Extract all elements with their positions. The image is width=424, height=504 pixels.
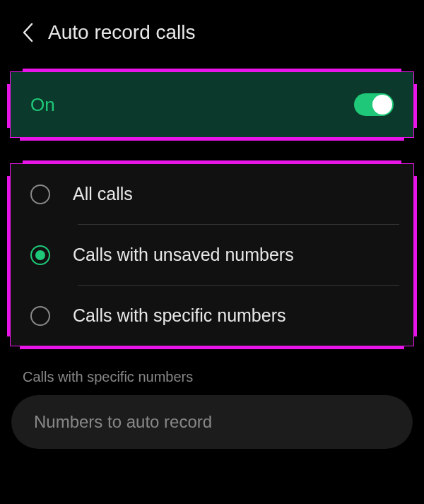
option-label: All calls [73,184,133,204]
header: Auto record calls [0,0,424,58]
option-unsaved-numbers[interactable]: Calls with unsaved numbers [11,225,413,285]
toggle-highlight: On [7,69,417,141]
input-placeholder: Numbers to auto record [34,412,212,431]
radio-icon [30,306,50,326]
radio-dot [35,250,45,260]
toggle-label: On [30,94,55,116]
back-icon[interactable] [21,22,34,43]
radio-icon [30,184,50,204]
numbers-input[interactable]: Numbers to auto record [11,395,413,449]
option-label: Calls with specific numbers [73,305,286,326]
option-all-calls[interactable]: All calls [11,164,413,224]
master-toggle-row[interactable]: On [11,72,413,137]
section-label: Calls with specific numbers [0,352,424,395]
toggle-knob [372,95,392,115]
option-specific-numbers[interactable]: Calls with specific numbers [11,286,413,346]
options-highlight: All calls Calls with unsaved numbers Cal… [7,160,417,349]
toggle-switch[interactable] [354,93,394,116]
option-label: Calls with unsaved numbers [73,245,294,265]
radio-icon-selected [30,245,50,265]
page-title: Auto record calls [48,21,196,44]
